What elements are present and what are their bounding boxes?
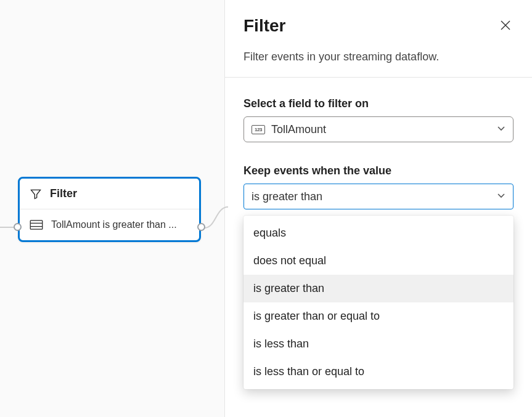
condition-option[interactable]: equals — [243, 219, 514, 247]
condition-icon — [30, 220, 43, 230]
field-select[interactable]: 123 TollAmount — [243, 116, 514, 142]
node-port-output[interactable] — [197, 223, 205, 231]
chevron-down-icon — [497, 191, 505, 202]
condition-section: Keep events when the value is greater th… — [243, 164, 514, 209]
panel-divider — [225, 77, 532, 78]
field-section-label: Select a field to filter on — [243, 97, 514, 110]
panel-title: Filter — [243, 16, 285, 36]
numeric-type-icon: 123 — [252, 125, 265, 134]
condition-section-label: Keep events when the value — [243, 164, 514, 177]
condition-option[interactable]: is less than — [243, 330, 514, 358]
filter-node[interactable]: Filter TollAmount is greater than ... — [18, 177, 201, 242]
condition-option[interactable]: is greater than — [243, 275, 514, 302]
canvas-area[interactable]: Filter TollAmount is greater than ... — [0, 0, 225, 417]
condition-option[interactable]: is greater than or equal to — [243, 302, 514, 330]
condition-option[interactable]: is less than or equal to — [243, 358, 514, 386]
close-button[interactable] — [497, 17, 514, 35]
close-icon — [500, 23, 511, 33]
node-port-input[interactable] — [14, 223, 22, 231]
chevron-down-icon — [497, 124, 505, 135]
condition-dropdown-list: equalsdoes not equalis greater thanis gr… — [243, 216, 514, 389]
condition-option[interactable]: does not equal — [243, 247, 514, 275]
funnel-icon — [30, 188, 42, 200]
svg-rect-0 — [30, 221, 43, 229]
condition-select[interactable]: is greater than — [243, 184, 514, 209]
field-section: Select a field to filter on 123 TollAmou… — [243, 97, 514, 142]
edge-connector-left — [0, 227, 14, 228]
edge-connector-right — [203, 206, 228, 230]
config-panel: Filter Filter events in your streaming d… — [225, 0, 532, 417]
filter-node-body[interactable]: TollAmount is greater than ... — [20, 209, 199, 240]
condition-select-value: is greater than — [252, 190, 491, 203]
field-select-value: TollAmount — [271, 123, 491, 136]
filter-node-summary: TollAmount is greater than ... — [51, 219, 177, 230]
filter-node-title: Filter — [50, 187, 77, 200]
filter-node-header[interactable]: Filter — [20, 179, 199, 209]
panel-description: Filter events in your streaming dataflow… — [243, 51, 514, 63]
